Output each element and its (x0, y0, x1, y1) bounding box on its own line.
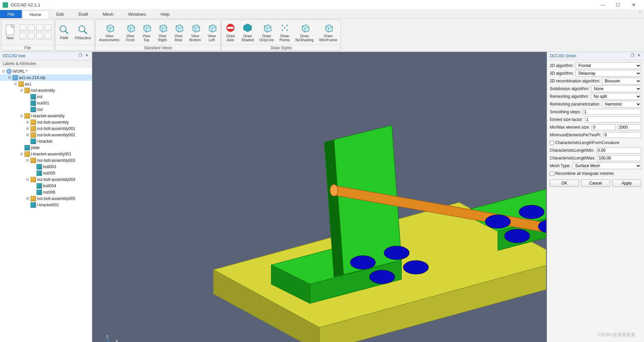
tree-node[interactable]: ⊟rod-assembly (0, 87, 92, 93)
tree-node[interactable]: ⊟as1 (0, 81, 92, 87)
meshtype-select[interactable]: Surface Mesh (573, 162, 641, 169)
tree-node[interactable]: ⊟as1-oc-214.stp (0, 74, 92, 81)
apply-button[interactable]: Apply (612, 180, 641, 187)
ribbon-draw-noshading[interactable]: DrawNoShading (293, 20, 316, 44)
ribbon-view-top[interactable]: ViewTop (138, 20, 154, 44)
tree-twisty-icon[interactable]: ⊟ (19, 88, 23, 92)
ribbon-view-left[interactable]: ViewLeft (204, 20, 220, 44)
tree-node[interactable]: ⊞nut-bolt-assembly005 (0, 195, 92, 202)
3d-canvas[interactable]: z y x (93, 53, 546, 342)
ribbon-fitall[interactable]: FitAll (56, 20, 72, 44)
tree-node[interactable]: ⊟l-bracket-assembly (0, 113, 92, 119)
menu-home[interactable]: Home (22, 10, 49, 18)
tree-node[interactable]: nut (0, 93, 92, 100)
maxsize-input[interactable] (618, 124, 641, 130)
tree-node[interactable]: l-bracket001 (0, 202, 92, 208)
ribbon-collapse-icon[interactable]: ⌃ (638, 11, 641, 16)
elfactor-input[interactable] (585, 117, 641, 123)
reparam-select[interactable]: Harmonic (602, 101, 641, 108)
tree-node[interactable]: ⊞nut-bolt-assembly (0, 119, 92, 125)
tree-node[interactable]: ⊟l-bracket-assembly001 (0, 151, 92, 157)
dock-close-icon[interactable]: ✕ (84, 53, 89, 59)
model-tree[interactable]: ⊟WORL *⊟as1-oc-214.stp⊟as1⊟rod-assemblyn… (0, 67, 92, 342)
viewport[interactable]: z y x as1-oc-214.stp ⊗ (92, 52, 547, 342)
ok-button[interactable]: OK (550, 180, 579, 187)
svg-marker-46 (302, 25, 309, 32)
tree-node[interactable]: bolt003 (0, 163, 92, 170)
ribbon-draw-wireframe[interactable]: DrawWireFrame (316, 20, 340, 44)
ribbon-draw-shaded[interactable]: DrawShaded (238, 20, 257, 44)
menu-help[interactable]: Help (153, 10, 177, 18)
tree-twisty-icon[interactable]: ⊞ (25, 120, 30, 124)
cancel-button[interactable]: Cancel (581, 180, 610, 187)
tree-twisty-icon[interactable]: ⊟ (7, 76, 11, 79)
tree-node[interactable]: nut001 (0, 100, 92, 106)
file-small-icon[interactable] (19, 24, 26, 31)
ribbon-fitseclect[interactable]: FitSeclect (72, 20, 94, 44)
close-button[interactable]: ✕ (626, 0, 641, 10)
ribbon-view-front[interactable]: ViewFront (122, 20, 138, 44)
file-small-icon[interactable] (28, 33, 35, 40)
recombine-checkbox[interactable] (550, 172, 554, 176)
algo3d-select[interactable]: Delaunay (576, 70, 641, 77)
minimize-button[interactable]: — (595, 0, 610, 10)
file-small-icon[interactable] (36, 24, 43, 31)
minsize-input[interactable] (592, 124, 615, 130)
menu-file[interactable]: File (0, 10, 22, 18)
tree-twisty-icon[interactable]: ⊟ (1, 69, 5, 73)
svg-point-66 (330, 185, 338, 196)
tree-node[interactable]: ⊟nut-bolt-assembly003 (0, 157, 92, 163)
clcurv-checkbox[interactable] (550, 141, 554, 145)
tree-node[interactable]: ⊞nut-bolt-assembly001 (0, 125, 92, 132)
tree-twisty-icon[interactable]: ⊟ (19, 114, 23, 118)
menu-mesh[interactable]: Mesh (95, 10, 121, 18)
ribbon-view-bottom[interactable]: ViewBottom (186, 20, 204, 44)
dock-float-icon[interactable]: ❐ (630, 53, 635, 59)
ribbon-view-right[interactable]: ViewRight (154, 20, 170, 44)
menu-windows[interactable]: Windows (121, 10, 153, 18)
remesh-select[interactable]: No split (591, 93, 641, 100)
mintwopi-input[interactable] (603, 132, 641, 138)
subdiv-select[interactable]: None (591, 85, 641, 92)
tree-twisty-icon[interactable]: ⊟ (25, 178, 30, 181)
tree-node-label: rod (37, 107, 43, 112)
tree-twisty-icon[interactable]: ⊟ (13, 82, 17, 86)
maximize-button[interactable]: ☐ (610, 0, 626, 10)
tree-twisty-icon[interactable]: ⊞ (25, 197, 30, 200)
file-small-icon[interactable] (45, 33, 51, 40)
tree-node[interactable]: plate (0, 144, 92, 151)
wire-cube-icon (299, 22, 310, 33)
tree-node[interactable]: ⊞nut-bolt-assembly002 (0, 132, 92, 138)
tree-node[interactable]: nut006 (0, 189, 92, 195)
dock-close-icon[interactable]: ✕ (636, 53, 641, 59)
file-small-icon[interactable] (36, 33, 43, 40)
ribbon-draw-asis[interactable]: DrawAsIs (222, 20, 238, 44)
ribbon-view-rear[interactable]: ViewRear (170, 20, 186, 44)
ribbon-new[interactable]: New (2, 20, 18, 44)
ribbon-draw-points[interactable]: DrawPoints (277, 20, 293, 44)
tree-node[interactable]: ⊟nut-bolt-assembly004 (0, 176, 92, 183)
tree-node[interactable]: bolt004 (0, 183, 92, 189)
menu-edit[interactable]: Edit (49, 10, 71, 18)
tree-twisty-icon[interactable]: ⊟ (19, 152, 23, 156)
tree-twisty-icon[interactable]: ⊞ (25, 133, 30, 137)
file-small-icon[interactable] (28, 24, 35, 31)
tree-twisty-icon[interactable]: ⊞ (25, 127, 30, 130)
recomb2d-select[interactable]: Blossom (602, 78, 641, 84)
file-small-icon[interactable] (19, 33, 26, 40)
smooth-input[interactable] (583, 109, 641, 115)
ribbon-button-label: ViewRight (158, 34, 167, 42)
tree-twisty-icon[interactable]: ⊟ (25, 158, 30, 162)
tree-node[interactable]: rod (0, 106, 92, 113)
file-small-icon[interactable] (45, 24, 51, 31)
menu-draft[interactable]: Draft (71, 10, 95, 18)
clmin-input[interactable] (596, 147, 641, 153)
tree-node[interactable]: l-bracket (0, 138, 92, 144)
tree-node[interactable]: ⊟WORL * (0, 68, 92, 74)
dock-float-icon[interactable]: ❐ (78, 53, 83, 59)
ribbon-view-axonometric[interactable]: ViewAxonometric (96, 20, 122, 44)
algo2d-select[interactable]: Frontal (576, 62, 641, 69)
clmax-input[interactable] (597, 155, 641, 161)
tree-node[interactable]: nut005 (0, 170, 92, 176)
ribbon-draw-onlyline[interactable]: DrawOnlyLine (257, 20, 276, 44)
